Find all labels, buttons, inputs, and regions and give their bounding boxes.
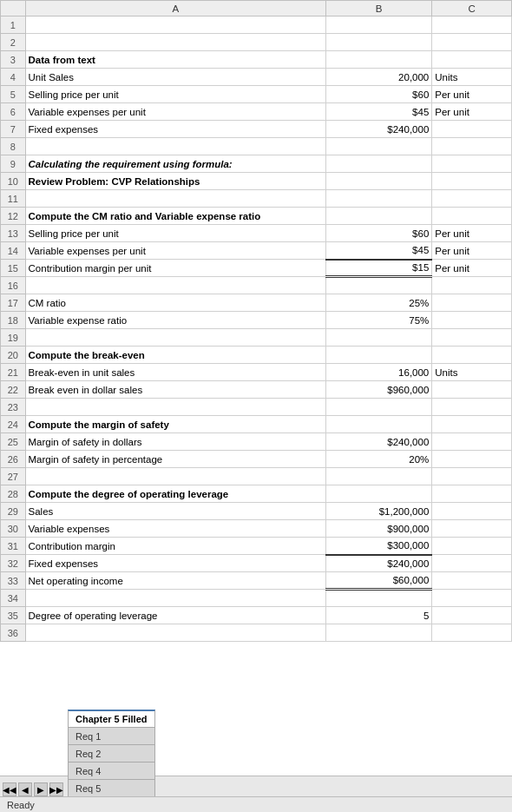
cell-b-6[interactable]: $45 [326, 103, 432, 121]
cell-b-13[interactable]: $60 [326, 225, 432, 242]
cell-a-5[interactable]: Selling price per unit [25, 86, 325, 103]
cell-c-5[interactable]: Per unit [432, 86, 512, 103]
cell-b-23[interactable] [326, 399, 432, 416]
cell-a-31[interactable]: Contribution margin [25, 538, 325, 555]
cell-a-7[interactable]: Fixed expenses [25, 121, 325, 138]
cell-a-36[interactable] [25, 624, 325, 642]
cell-c-3[interactable] [432, 51, 512, 69]
cell-c-1[interactable] [432, 17, 512, 34]
tab-last-button[interactable]: ▶▶ [49, 782, 63, 796]
sheet-tab-4[interactable]: Req 5 [68, 779, 155, 796]
cell-a-32[interactable]: Fixed expenses [25, 555, 325, 572]
cell-c-36[interactable] [432, 624, 512, 642]
tab-prev-button[interactable]: ◀ [18, 782, 32, 796]
cell-a-25[interactable]: Margin of safety in dollars [25, 433, 325, 451]
cell-c-35[interactable] [432, 607, 512, 624]
cell-c-23[interactable] [432, 399, 512, 416]
col-header-c[interactable]: C [432, 1, 512, 17]
cell-b-34[interactable] [326, 590, 432, 607]
cell-c-9[interactable] [432, 155, 512, 173]
cell-b-21[interactable]: 16,000 [326, 364, 432, 381]
cell-a-30[interactable]: Variable expenses [25, 520, 325, 538]
cell-b-9[interactable] [326, 155, 432, 173]
cell-a-22[interactable]: Break even in dollar sales [25, 381, 325, 399]
cell-c-13[interactable]: Per unit [432, 225, 512, 242]
cell-b-2[interactable] [326, 34, 432, 51]
cell-b-1[interactable] [326, 17, 432, 34]
cell-b-3[interactable] [326, 51, 432, 69]
cell-b-18[interactable]: 75% [326, 312, 432, 329]
cell-c-31[interactable] [432, 538, 512, 555]
cell-a-8[interactable] [25, 138, 325, 155]
cell-c-2[interactable] [432, 34, 512, 51]
tab-next-button[interactable]: ▶ [34, 782, 48, 796]
cell-b-33[interactable]: $60,000 [326, 572, 432, 590]
cell-a-23[interactable] [25, 399, 325, 416]
cell-c-24[interactable] [432, 416, 512, 433]
cell-a-21[interactable]: Break-even in unit sales [25, 364, 325, 381]
cell-c-33[interactable] [432, 572, 512, 590]
cell-c-27[interactable] [432, 468, 512, 485]
cell-a-11[interactable] [25, 190, 325, 208]
cell-b-27[interactable] [326, 468, 432, 485]
cell-a-12[interactable]: Compute the CM ratio and Variable expens… [25, 208, 325, 225]
cell-c-4[interactable]: Units [432, 69, 512, 86]
cell-c-7[interactable] [432, 121, 512, 138]
cell-c-21[interactable]: Units [432, 364, 512, 381]
cell-a-14[interactable]: Variable expenses per unit [25, 242, 325, 260]
cell-c-14[interactable]: Per unit [432, 242, 512, 260]
cell-c-26[interactable] [432, 451, 512, 468]
cell-b-7[interactable]: $240,000 [326, 121, 432, 138]
cell-b-24[interactable] [326, 416, 432, 433]
cell-c-25[interactable] [432, 433, 512, 451]
cell-a-24[interactable]: Compute the margin of safety [25, 416, 325, 433]
cell-b-31[interactable]: $300,000 [326, 538, 432, 555]
cell-a-29[interactable]: Sales [25, 503, 325, 520]
cell-b-17[interactable]: 25% [326, 294, 432, 312]
cell-c-6[interactable]: Per unit [432, 103, 512, 121]
cell-b-5[interactable]: $60 [326, 86, 432, 103]
cell-a-17[interactable]: CM ratio [25, 294, 325, 312]
cell-c-22[interactable] [432, 381, 512, 399]
cell-b-8[interactable] [326, 138, 432, 155]
cell-a-34[interactable] [25, 590, 325, 607]
cell-b-4[interactable]: 20,000 [326, 69, 432, 86]
cell-b-15[interactable]: $15 [326, 260, 432, 277]
col-header-b[interactable]: B [326, 1, 432, 17]
cell-a-15[interactable]: Contribution margin per unit [25, 260, 325, 277]
cell-a-3[interactable]: Data from text [25, 51, 325, 69]
cell-a-1[interactable] [25, 17, 325, 34]
cell-b-14[interactable]: $45 [326, 242, 432, 260]
cell-b-10[interactable] [326, 173, 432, 190]
cell-a-27[interactable] [25, 468, 325, 485]
col-header-a[interactable]: A [25, 1, 325, 17]
tab-first-button[interactable]: ◀◀ [3, 782, 16, 796]
cell-a-33[interactable]: Net operating income [25, 572, 325, 590]
cell-b-16[interactable] [326, 277, 432, 294]
cell-b-30[interactable]: $900,000 [326, 520, 432, 538]
cell-c-15[interactable]: Per unit [432, 260, 512, 277]
cell-c-8[interactable] [432, 138, 512, 155]
cell-c-28[interactable] [432, 485, 512, 503]
cell-c-19[interactable] [432, 329, 512, 347]
cell-b-20[interactable] [326, 347, 432, 364]
cell-c-34[interactable] [432, 590, 512, 607]
cell-c-11[interactable] [432, 190, 512, 208]
cell-b-11[interactable] [326, 190, 432, 208]
cell-b-28[interactable] [326, 485, 432, 503]
cell-c-16[interactable] [432, 277, 512, 294]
cell-b-36[interactable] [326, 624, 432, 642]
cell-a-18[interactable]: Variable expense ratio [25, 312, 325, 329]
cell-a-35[interactable]: Degree of operating leverage [25, 607, 325, 624]
cell-a-2[interactable] [25, 34, 325, 51]
cell-c-20[interactable] [432, 347, 512, 364]
cell-b-25[interactable]: $240,000 [326, 433, 432, 451]
cell-a-10[interactable]: Review Problem: CVP Relationships [25, 173, 325, 190]
cell-a-4[interactable]: Unit Sales [25, 69, 325, 86]
cell-a-13[interactable]: Selling price per unit [25, 225, 325, 242]
cell-a-20[interactable]: Compute the break-even [25, 347, 325, 364]
cell-c-18[interactable] [432, 312, 512, 329]
cell-b-29[interactable]: $1,200,000 [326, 503, 432, 520]
cell-b-26[interactable]: 20% [326, 451, 432, 468]
cell-b-32[interactable]: $240,000 [326, 555, 432, 572]
